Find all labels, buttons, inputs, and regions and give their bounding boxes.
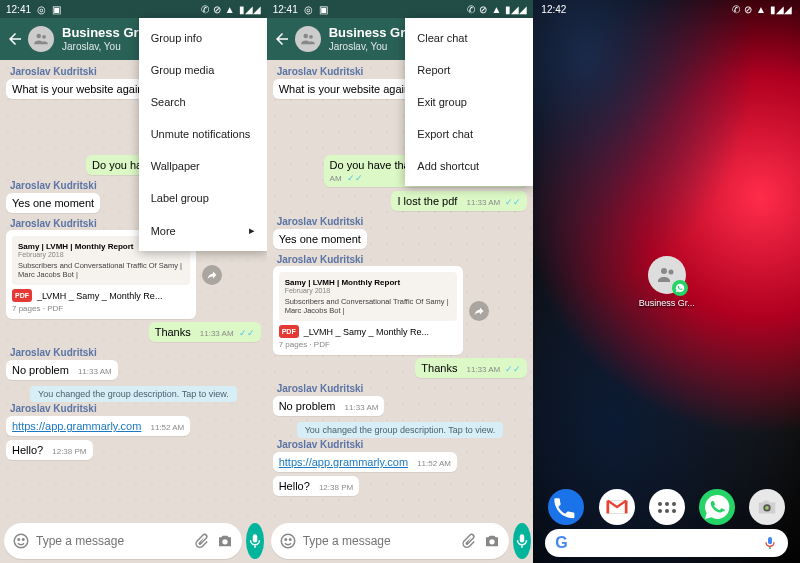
- overflow-menu: Group info Group media Search Unmute not…: [139, 18, 267, 251]
- menu-item-exit-group[interactable]: Exit group: [405, 86, 533, 118]
- wifi-icon: ▲: [756, 4, 766, 15]
- menu-item-more[interactable]: More▸: [139, 214, 267, 247]
- message-bubble[interactable]: Yes one moment: [273, 229, 367, 249]
- svg-point-11: [289, 539, 291, 541]
- svg-rect-13: [521, 546, 523, 548]
- phone-app-icon[interactable]: [548, 489, 584, 525]
- mic-button[interactable]: [513, 523, 531, 559]
- message-input-container[interactable]: [4, 523, 242, 559]
- pdf-badge: PDF: [279, 325, 299, 338]
- message-bubble[interactable]: https://app.grammarly.com 11:52 AM: [6, 416, 190, 436]
- menu-item-clear-chat[interactable]: Clear chat: [405, 22, 533, 54]
- menu-item-report[interactable]: Report: [405, 54, 533, 86]
- message-bubble[interactable]: Hello? 12:38 PM: [6, 440, 93, 460]
- message-input-container[interactable]: [271, 523, 509, 559]
- app-drawer-icon[interactable]: [649, 489, 685, 525]
- link-text[interactable]: https://app.grammarly.com: [279, 456, 408, 468]
- message-bubble[interactable]: No problem 11:33 AM: [273, 396, 385, 416]
- read-ticks-icon: ✓✓: [239, 328, 255, 338]
- menu-item-wallpaper[interactable]: Wallpaper: [139, 150, 267, 182]
- message-bubble[interactable]: What is your website again: [273, 79, 416, 99]
- menu-item-export-chat[interactable]: Export chat: [405, 118, 533, 150]
- message-input[interactable]: [303, 534, 453, 548]
- svg-point-21: [765, 506, 769, 510]
- status-bar: 12:41 ◎ ▣ ✆ ⊘ ▲ ▮◢◢: [0, 0, 267, 18]
- signal-icon: ▮◢◢: [505, 4, 527, 15]
- whatsapp-badge-icon: [672, 280, 688, 296]
- svg-point-3: [18, 539, 20, 541]
- svg-point-5: [222, 539, 227, 544]
- google-mic-icon[interactable]: [762, 535, 778, 551]
- camera-icon[interactable]: [483, 532, 501, 550]
- attach-icon[interactable]: [459, 532, 477, 550]
- clock-text: 12:41: [6, 4, 31, 15]
- overflow-submenu: Clear chat Report Exit group Export chat…: [405, 18, 533, 186]
- message-bubble[interactable]: Hello? 12:38 PM: [273, 476, 360, 496]
- svg-point-14: [661, 268, 667, 274]
- svg-rect-22: [763, 501, 769, 504]
- menu-item-add-shortcut[interactable]: Add shortcut: [405, 150, 533, 182]
- forward-icon[interactable]: [469, 301, 489, 321]
- menu-item-search[interactable]: Search: [139, 86, 267, 118]
- gmail-app-icon[interactable]: [599, 489, 635, 525]
- camera-app-icon[interactable]: [749, 489, 785, 525]
- read-ticks-icon: ✓✓: [505, 197, 521, 207]
- chat-shortcut[interactable]: Business Gr...: [639, 256, 695, 308]
- app-icon: ◎: [37, 4, 46, 15]
- message-bubble[interactable]: Thanks 11:33 AM ✓✓: [415, 358, 527, 378]
- system-message[interactable]: You changed the group description. Tap t…: [273, 423, 528, 435]
- link-text[interactable]: https://app.grammarly.com: [12, 420, 141, 432]
- read-ticks-icon: ✓✓: [505, 364, 521, 374]
- whatsapp-icon: ✆: [201, 4, 209, 15]
- emoji-icon[interactable]: [12, 532, 30, 550]
- attach-icon[interactable]: [192, 532, 210, 550]
- message-bubble[interactable]: Thanks 11:33 AM ✓✓: [149, 322, 261, 342]
- menu-item-group-media[interactable]: Group media: [139, 54, 267, 86]
- svg-point-15: [668, 269, 673, 274]
- message-input[interactable]: [36, 534, 186, 548]
- whatsapp-icon: ✆: [467, 4, 475, 15]
- svg-point-12: [489, 539, 494, 544]
- back-icon[interactable]: [273, 30, 291, 48]
- dnd-icon: ⊘: [479, 4, 487, 15]
- app-icon: ▣: [319, 4, 328, 15]
- svg-point-0: [37, 34, 42, 39]
- status-bar: 12:41 ◎ ▣ ✆ ⊘ ▲ ▮◢◢: [267, 0, 534, 18]
- sender-name: Jaroslav Kudritski: [277, 383, 528, 394]
- svg-rect-6: [254, 546, 256, 548]
- message-bubble[interactable]: What is your website again: [6, 79, 149, 99]
- svg-point-2: [14, 534, 28, 548]
- signal-icon: ▮◢◢: [239, 4, 261, 15]
- forward-icon[interactable]: [202, 265, 222, 285]
- shortcut-label: Business Gr...: [639, 298, 695, 308]
- group-avatar[interactable]: [28, 26, 54, 52]
- svg-point-16: [548, 489, 584, 525]
- google-search-pill[interactable]: G: [545, 529, 788, 557]
- clock-text: 12:42: [541, 4, 566, 15]
- message-bubble[interactable]: No problem 11:33 AM: [6, 360, 118, 380]
- wifi-icon: ▲: [225, 4, 235, 15]
- menu-item-group-info[interactable]: Group info: [139, 22, 267, 54]
- svg-point-7: [303, 34, 308, 39]
- system-message[interactable]: You changed the group description. Tap t…: [6, 387, 261, 399]
- menu-item-unmute[interactable]: Unmute notifications: [139, 118, 267, 150]
- message-bubble[interactable]: https://app.grammarly.com 11:52 AM: [273, 452, 457, 472]
- message-bubble[interactable]: I lost the pdf 11:33 AM ✓✓: [391, 191, 527, 211]
- document-card[interactable]: Samy | LVMH | Monthly Report February 20…: [273, 266, 463, 355]
- whatsapp-icon: ✆: [732, 4, 740, 15]
- sender-name: Jaroslav Kudritski: [10, 347, 261, 358]
- emoji-icon[interactable]: [279, 532, 297, 550]
- mic-button[interactable]: [246, 523, 264, 559]
- group-avatar[interactable]: [295, 26, 321, 52]
- menu-item-label-group[interactable]: Label group: [139, 182, 267, 214]
- dnd-icon: ⊘: [213, 4, 221, 15]
- svg-rect-23: [769, 547, 770, 549]
- svg-point-8: [309, 35, 313, 39]
- pdf-badge: PDF: [12, 289, 32, 302]
- message-bubble[interactable]: Yes one moment: [6, 193, 100, 213]
- camera-icon[interactable]: [216, 532, 234, 550]
- whatsapp-app-icon[interactable]: [699, 489, 735, 525]
- app-icon: ◎: [304, 4, 313, 15]
- back-icon[interactable]: [6, 30, 24, 48]
- wifi-icon: ▲: [491, 4, 501, 15]
